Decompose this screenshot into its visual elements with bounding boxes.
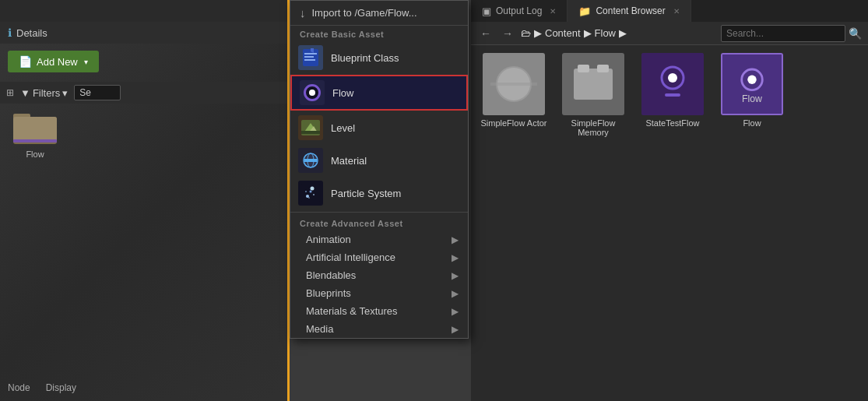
filters-arrow-icon: ▾ xyxy=(62,87,68,99)
svg-rect-18 xyxy=(301,184,320,202)
blueprint-label: Blueprint Class xyxy=(331,52,399,64)
tabs-row: ▣ Output Log ✕ 📁 Content Browser ✕ xyxy=(471,0,868,22)
asset-item-simpleflow-memory[interactable]: SimpleFlow Memory xyxy=(558,53,628,137)
particle-label: Particle System xyxy=(331,188,401,199)
details-label: Details xyxy=(16,27,47,39)
display-label: Display xyxy=(46,382,76,393)
ai-arrow-icon: ▶ xyxy=(452,252,459,263)
output-log-close-icon[interactable]: ✕ xyxy=(550,7,556,16)
blendables-label: Blendables xyxy=(306,269,356,281)
content-browser-icon: 📁 xyxy=(578,5,591,17)
svg-point-35 xyxy=(668,73,677,83)
dropdown-menu: ↓ Import to /Game/Flow... Create Basic A… xyxy=(290,0,469,339)
svg-rect-30 xyxy=(574,69,613,100)
materials-textures-arrow-icon: ▶ xyxy=(452,306,459,317)
back-button[interactable]: ← xyxy=(477,26,494,41)
menu-item-material[interactable]: Material xyxy=(290,144,468,177)
terminal-icon: ▣ xyxy=(482,5,491,17)
breadcrumb: 🗁 ▶ Content ▶ Flow ▶ xyxy=(521,27,716,39)
menu-item-level[interactable]: Level xyxy=(290,111,468,144)
content-browser-topbar: ← → 🗁 ▶ Content ▶ Flow ▶ 🔍 xyxy=(471,22,868,45)
statetestflow-thumb xyxy=(641,53,704,115)
svg-rect-7 xyxy=(304,59,315,61)
menu-item-blueprint[interactable]: Blueprint Class xyxy=(290,41,468,74)
blueprints-label: Blueprints xyxy=(306,287,351,299)
svg-point-23 xyxy=(311,187,315,191)
flow-circle xyxy=(304,84,321,101)
animation-label: Animation xyxy=(306,234,351,245)
add-new-button[interactable]: 📄 Add New ▾ xyxy=(8,51,99,72)
svg-point-22 xyxy=(305,191,307,192)
plus-icon: 📄 xyxy=(19,55,32,68)
simpleflow-actor-label: SimpleFlow Actor xyxy=(481,118,547,128)
svg-rect-2 xyxy=(13,117,57,142)
search-input[interactable] xyxy=(74,85,121,100)
svg-rect-28 xyxy=(490,83,537,86)
asset-item-statetestflow[interactable]: StateTestFlow xyxy=(638,53,708,137)
materials-textures-label: Materials & Textures xyxy=(306,305,398,317)
svg-rect-12 xyxy=(301,131,320,134)
svg-rect-36 xyxy=(665,93,680,97)
svg-rect-33 xyxy=(641,53,704,115)
asset-item-flow[interactable]: Flow Flow xyxy=(717,53,787,137)
breadcrumb-flow-label: Flow xyxy=(595,27,616,39)
svg-rect-5 xyxy=(304,53,317,55)
svg-point-21 xyxy=(313,194,315,195)
folder-label: Flow xyxy=(26,149,44,159)
import-row[interactable]: ↓ Import to /Game/Flow... xyxy=(290,1,468,26)
right-panel: ▣ Output Log ✕ 📁 Content Browser ✕ ← → 🗁… xyxy=(471,0,868,401)
advanced-blueprints[interactable]: Blueprints ▶ xyxy=(290,284,468,302)
level-icon xyxy=(298,115,323,140)
node-label: Node xyxy=(8,382,30,393)
advanced-ai[interactable]: Artificial Intelligence ▶ xyxy=(290,248,468,266)
content-browser-label: Content Browser xyxy=(596,5,665,16)
svg-point-39 xyxy=(747,76,756,84)
advanced-animation[interactable]: Animation ▶ xyxy=(290,230,468,248)
material-label: Material xyxy=(331,155,367,167)
tab-content-browser[interactable]: 📁 Content Browser ✕ xyxy=(568,0,691,22)
media-label: Media xyxy=(306,323,333,335)
svg-rect-31 xyxy=(578,65,589,72)
menu-item-particle[interactable]: Particle System xyxy=(290,177,468,209)
content-search-input[interactable] xyxy=(721,25,845,42)
particle-icon xyxy=(298,181,323,206)
simpleflow-memory-label: SimpleFlow Memory xyxy=(558,118,628,137)
flow-circle-inner xyxy=(309,90,315,96)
add-new-label: Add New xyxy=(37,56,78,68)
simpleflow-memory-thumb xyxy=(562,53,624,115)
create-basic-header: Create Basic Asset xyxy=(290,26,468,41)
media-arrow-icon: ▶ xyxy=(452,324,459,335)
details-bar: ℹ Details xyxy=(0,22,288,44)
svg-rect-6 xyxy=(304,56,314,58)
import-label: Import to /Game/Flow... xyxy=(312,7,417,19)
advanced-media[interactable]: Media ▶ xyxy=(290,320,468,338)
search-magnifier-icon: 🔍 xyxy=(849,27,862,40)
level-label: Level xyxy=(331,122,355,134)
flow-asset-thumb: Flow xyxy=(721,53,783,115)
ai-label: Artificial Intelligence xyxy=(306,252,395,263)
advanced-materials-textures[interactable]: Materials & Textures ▶ xyxy=(290,302,468,320)
dropdown-arrow-icon: ▾ xyxy=(84,58,88,66)
content-browser-close-icon[interactable]: ✕ xyxy=(673,7,680,16)
import-icon: ↓ xyxy=(300,6,306,19)
filter-funnel-icon: ▼ xyxy=(20,87,30,99)
output-log-label: Output Log xyxy=(496,5,542,16)
forward-button[interactable]: → xyxy=(499,26,516,41)
asset-grid: SimpleFlow Actor SimpleFlow Memory xyxy=(471,45,868,145)
folder-open-icon: 🗁 xyxy=(521,27,531,39)
breadcrumb-sep: ▶ xyxy=(534,27,542,39)
simpleflow-actor-thumb xyxy=(483,53,545,115)
svg-point-20 xyxy=(310,191,312,193)
menu-item-flow[interactable]: Flow xyxy=(290,75,468,111)
breadcrumb-sep2: ▶ xyxy=(584,27,592,39)
filters-bar: ⊞ ▼ Filters ▾ xyxy=(0,82,288,104)
divider xyxy=(290,212,468,213)
asset-item-simpleflow-actor[interactable]: SimpleFlow Actor xyxy=(479,53,549,137)
advanced-blendables[interactable]: Blendables ▶ xyxy=(290,266,468,284)
flow-asset-label: Flow xyxy=(743,118,761,128)
create-advanced-header: Create Advanced Asset xyxy=(290,215,468,230)
filters-button[interactable]: ▼ Filters ▾ xyxy=(20,87,68,99)
flow-icon xyxy=(300,80,325,105)
tab-output-log[interactable]: ▣ Output Log ✕ xyxy=(471,0,568,22)
folder-item-flow[interactable]: Flow xyxy=(8,109,62,159)
